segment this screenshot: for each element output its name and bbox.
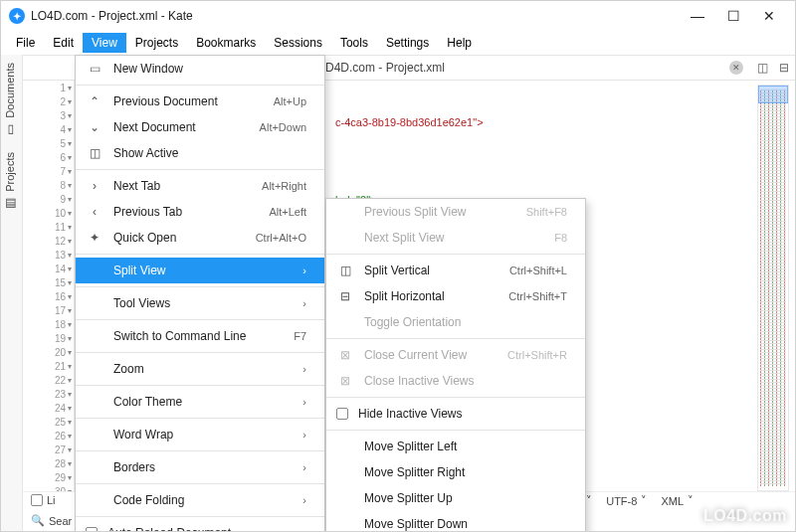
menu-item-label: Close Current View: [364, 348, 482, 362]
menu-item-label: Previous Document: [113, 94, 248, 108]
line-number: 13▾: [23, 248, 74, 262]
line-number: 8▾: [23, 178, 74, 192]
chevron-down-icon: ˅: [688, 494, 694, 507]
tab-title[interactable]: D4D.com - Project.xml: [325, 61, 729, 75]
split-icon[interactable]: ◫: [754, 61, 770, 75]
view-menu-item[interactable]: ▭New Window: [76, 56, 324, 82]
menu-sessions[interactable]: Sessions: [265, 33, 331, 53]
checkbox-icon[interactable]: [336, 408, 348, 420]
minimap[interactable]: [757, 85, 789, 491]
split-menu-item[interactable]: Move Splitter Up: [326, 485, 585, 511]
menu-item-shortcut: Ctrl+Shift+T: [508, 290, 567, 302]
line-number: 29▾: [23, 470, 74, 484]
line-number: 27▾: [23, 443, 74, 456]
menu-item-label: Previous Split View: [364, 205, 500, 219]
split-menu-item[interactable]: Hide Inactive Views: [326, 401, 585, 427]
menu-projects[interactable]: Projects: [126, 33, 187, 53]
menu-separator: [326, 430, 585, 431]
maximize-button[interactable]: ☐: [715, 8, 751, 24]
search-label[interactable]: Sear: [49, 515, 72, 527]
view-menu-item[interactable]: Split View›: [76, 258, 324, 283]
menu-item-label: Show Active: [113, 146, 306, 160]
close-button[interactable]: ✕: [751, 8, 787, 24]
menu-item-shortcut: Alt+Down: [260, 121, 306, 133]
view-menu-item[interactable]: ›Next TabAlt+Right: [76, 173, 324, 199]
line-number: 9▾: [23, 192, 74, 206]
minimize-button[interactable]: —: [680, 8, 715, 24]
line-number: 19▾: [23, 331, 74, 345]
line-number: 18▾: [23, 317, 74, 331]
tab-close-icon[interactable]: ✕: [729, 61, 743, 75]
menu-item-label: Toggle Orientation: [364, 315, 567, 329]
view-menu-item[interactable]: Zoom›: [76, 356, 324, 382]
menu-item-label: Next Tab: [113, 179, 236, 193]
line-number: 6▾: [23, 150, 74, 164]
line-number: 20▾: [23, 345, 74, 359]
line-number: 17▾: [23, 303, 74, 317]
menu-view[interactable]: View: [83, 33, 126, 53]
menu-bookmarks[interactable]: Bookmarks: [187, 33, 265, 53]
split-menu-item[interactable]: Move Splitter Right: [326, 459, 585, 485]
split-view-submenu: Previous Split ViewShift+F8Next Split Vi…: [325, 198, 586, 532]
menu-item-icon: ‹: [86, 205, 103, 219]
menu-tools[interactable]: Tools: [331, 33, 377, 53]
status-syntax[interactable]: XML: [661, 495, 684, 507]
view-menu-item[interactable]: ✦Quick OpenCtrl+Alt+O: [76, 225, 324, 251]
view-menu-item[interactable]: Borders›: [76, 454, 324, 480]
submenu-arrow-icon: ›: [302, 429, 306, 441]
split-menu-item[interactable]: ◫Split VerticalCtrl+Shift+L: [326, 258, 585, 283]
split-horizontal-icon[interactable]: ⊟: [776, 61, 792, 75]
view-menu-item[interactable]: Tool Views›: [76, 290, 324, 316]
line-number: 16▾: [23, 289, 74, 303]
sidebar-tab-documents[interactable]: ▭Documents: [1, 55, 19, 144]
line-number: 28▾: [23, 456, 74, 470]
split-menu-item: ⊠Close Current ViewCtrl+Shift+R: [326, 342, 585, 368]
side-tabs: ▭Documents ▥Projects: [1, 55, 23, 531]
split-menu-item[interactable]: Move Splitter Down: [326, 511, 585, 532]
view-menu-item[interactable]: Code Folding›: [76, 487, 324, 513]
split-menu-item[interactable]: Move Splitter Left: [326, 434, 585, 459]
line-number: 24▾: [23, 401, 74, 415]
view-menu-item[interactable]: Auto Reload Document: [76, 520, 324, 532]
minimap-viewport[interactable]: [758, 86, 788, 103]
submenu-arrow-icon: ›: [302, 363, 306, 375]
menu-item-icon: ⊠: [336, 348, 354, 362]
menu-item-label: Move Splitter Down: [364, 517, 567, 531]
menu-item-shortcut: Alt+Right: [262, 180, 306, 192]
menu-item-label: Code Folding: [113, 493, 285, 507]
menu-item-label: Quick Open: [113, 231, 230, 245]
line-number: 1▾: [23, 81, 74, 94]
menu-item-shortcut: Ctrl+Shift+L: [509, 265, 567, 276]
line-number: 10▾: [23, 206, 74, 220]
checkbox-icon[interactable]: [31, 494, 43, 506]
split-menu-item[interactable]: ⊟Split HorizontalCtrl+Shift+T: [326, 283, 585, 309]
menu-item-shortcut: Alt+Left: [269, 206, 306, 218]
menu-file[interactable]: File: [7, 33, 44, 53]
line-number-gutter: 1▾2▾3▾4▾5▾6▾7▾8▾9▾10▾11▾12▾13▾14▾15▾16▾1…: [23, 81, 75, 491]
menu-edit[interactable]: Edit: [44, 33, 83, 53]
menu-item-label: Hide Inactive Views: [358, 407, 567, 421]
split-menu-item: Previous Split ViewShift+F8: [326, 199, 585, 225]
menu-separator: [326, 338, 585, 339]
view-menu-item[interactable]: Word Wrap›: [76, 422, 324, 447]
sidebar-tab-projects[interactable]: ▥Projects: [1, 144, 19, 218]
menu-item-icon: ▭: [86, 62, 103, 76]
view-menu-item[interactable]: Color Theme›: [76, 389, 324, 415]
checkbox-icon[interactable]: [86, 527, 98, 532]
menu-separator: [76, 286, 324, 287]
menu-settings[interactable]: Settings: [377, 33, 438, 53]
status-encoding[interactable]: UTF-8: [606, 495, 637, 507]
line-number: 5▾: [23, 136, 74, 150]
menu-help[interactable]: Help: [438, 33, 481, 53]
line-number: 12▾: [23, 234, 74, 248]
view-menu-item[interactable]: ◫Show Active: [76, 140, 324, 166]
view-menu-item[interactable]: ⌃Previous DocumentAlt+Up: [76, 89, 324, 114]
view-menu-item[interactable]: ⌄Next DocumentAlt+Down: [76, 114, 324, 140]
view-menu-item[interactable]: Switch to Command LineF7: [76, 323, 324, 349]
menu-item-label: Tool Views: [113, 296, 285, 310]
menu-item-label: Word Wrap: [113, 428, 285, 442]
menu-separator: [76, 254, 324, 255]
view-menu: ▭New Window⌃Previous DocumentAlt+Up⌄Next…: [75, 55, 325, 532]
view-menu-item[interactable]: ‹Previous TabAlt+Left: [76, 199, 324, 225]
menu-separator: [76, 483, 324, 484]
